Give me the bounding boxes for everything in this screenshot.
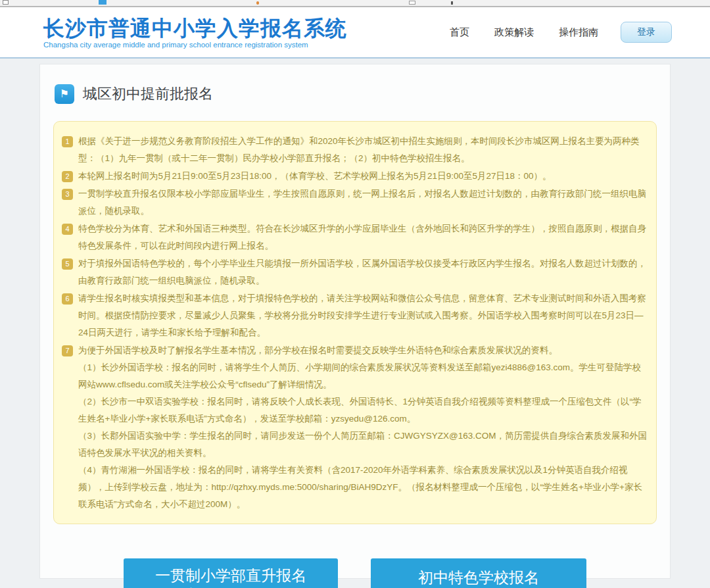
notice-item: 5 对于填报外国语特色学校的，每个小学毕业生只能填报一所外国语学校，区属外国语学… [62, 255, 647, 289]
content-card: ⚑ 城区初中提前批报名 1 根据《关于进一步规范义务教育阶段招生入学工作的通知》… [39, 64, 671, 579]
direct-promotion-register-label: 一贯制小学部直升报名 [124, 566, 338, 585]
notice-item: 3 一贯制学校直升报名仅限本校小学部应届毕业生，学生按照自愿原则，统一网上报名后… [62, 185, 647, 220]
special-school-register-button[interactable]: 初中特色学校报名 [371, 558, 586, 588]
notice-box: 1 根据《关于进一步规范义务教育阶段招生入学工作的通知》和2020年长沙市城区初… [53, 121, 657, 524]
browser-tab-icon-fragment [409, 1, 415, 5]
notice-item-number: 5 [62, 258, 73, 270]
browser-page-icon [3, 0, 9, 5]
nav-item-guide[interactable]: 操作指南 [559, 26, 598, 39]
notice-item-number: 4 [62, 224, 73, 235]
page-body: ⚑ 城区初中提前批报名 1 根据《关于进一步规范义务教育阶段招生入学工作的通知》… [0, 59, 710, 587]
special-school-register-label: 初中特色学校报名 [371, 568, 586, 587]
browser-favicon-fragment [99, 0, 106, 5]
notice-item-text: 请学生报名时核实填报类型和基本信息，对于填报特色学校的，请关注学校网站和微信公众… [78, 290, 647, 341]
notice-subitem-changjun-foreign: （3）长郡外国语实验中学：学生报名的同时，请同步发送一份个人简历至邮箱：CJWG… [62, 428, 647, 462]
direct-promotion-register-button[interactable]: 一贯制小学部直升报名 报名时间：5月21-23日 [124, 558, 338, 588]
notice-item-text: 本轮网上报名时间为5月21日9:00至5月23日18:00，（体育学校、艺术学校… [78, 168, 647, 185]
notice-item: 4 特色学校分为体育、艺术和外国语三种类型。符合在长沙城区升学的小学应届毕业生（… [62, 220, 647, 255]
main-nav: 首页 政策解读 操作指南 登录 [425, 22, 672, 43]
notice-item-number: 2 [62, 171, 73, 182]
notice-item: 1 根据《关于进一步规范义务教育阶段招生入学工作的通知》和2020年长沙市城区初… [62, 133, 647, 167]
browser-favicon-fragment [256, 1, 259, 5]
notice-item: 7 为便于外国语学校及时了解报名学生基本情况，部分学校在报名时需要提交反映学生外… [62, 342, 647, 359]
browser-tab-icon-fragment [451, 1, 453, 5]
notice-subitem-qingzhuhu-foreign: （4）青竹湖湘一外国语学校：报名的同时，请将学生有关资料（含2017-2020年… [62, 462, 647, 513]
site-subtitle: Changsha city average middle and primary… [43, 41, 347, 49]
notice-subitem-changsha-foreign: （1）长沙外国语学校：报名的同时，请将学生个人简历、小学期间的综合素质发展状况等… [62, 359, 647, 393]
notice-item-text: 为便于外国语学校及时了解报名学生基本情况，部分学校在报名时需要提交反映学生外语特… [78, 342, 647, 359]
login-button[interactable]: 登录 [621, 22, 672, 43]
flag-icon: ⚑ [55, 84, 74, 104]
section-header: ⚑ 城区初中提前批报名 [40, 64, 670, 104]
site-logo[interactable]: 长沙市普通中小学入学报名系统 Changsha city average mid… [43, 16, 347, 49]
notice-item: 6 请学生报名时核实填报类型和基本信息，对于填报特色学校的，请关注学校网站和微信… [62, 290, 647, 341]
nav-item-home[interactable]: 首页 [450, 26, 469, 39]
notice-item-text: 对于填报外国语特色学校的，每个小学毕业生只能填报一所外国语学校，区属外国语学校仅… [78, 255, 647, 289]
notice-item: 2 本轮网上报名时间为5月21日9:00至5月23日18:00，（体育学校、艺术… [62, 168, 647, 185]
notice-item-number: 1 [62, 136, 73, 147]
notice-item-text: 一贯制学校直升报名仅限本校小学部应届毕业生，学生按照自愿原则，统一网上报名后，对… [78, 185, 647, 220]
notice-item-number: 3 [62, 189, 73, 200]
site-header: 长沙市普通中小学入学报名系统 Changsha city average mid… [0, 7, 710, 59]
action-buttons: 一贯制小学部直升报名 报名时间：5月21-23日 初中特色学校报名 [40, 558, 670, 588]
notice-item-number: 7 [62, 345, 73, 356]
notice-item-text: 根据《关于进一步规范义务教育阶段招生入学工作的通知》和2020年长沙市城区初中招… [78, 133, 647, 167]
notice-item-text: 特色学校分为体育、艺术和外国语三种类型。符合在长沙城区升学的小学应届毕业生（含外… [78, 220, 647, 255]
notice-subitem-yizhong-bilingual: （2）长沙市一中双语实验学校：报名同时，请将反映个人成长表现、外国语特长、1分钟… [62, 393, 647, 428]
nav-item-policy[interactable]: 政策解读 [494, 26, 534, 39]
page-title: 城区初中提前批报名 [83, 84, 213, 104]
notice-item-number: 6 [62, 293, 73, 305]
site-title: 长沙市普通中小学入学报名系统 [43, 16, 347, 40]
browser-tabbar-remnant [0, 0, 710, 7]
